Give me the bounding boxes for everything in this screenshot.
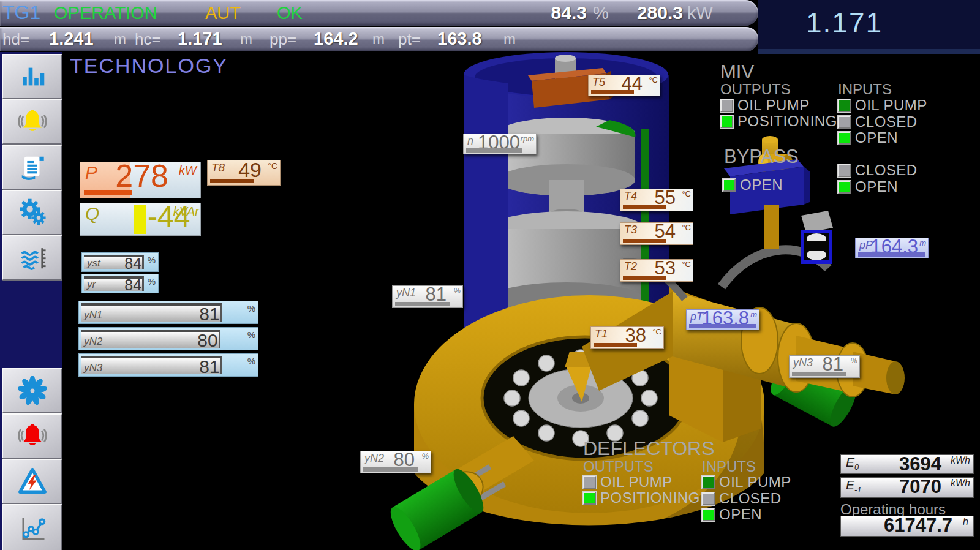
indicator-light xyxy=(583,492,596,505)
yst-bar: yst 84 % xyxy=(81,252,159,272)
energy-previous-value: 7070 xyxy=(899,476,941,498)
hd-unit: m xyxy=(114,31,126,48)
level-display-panel: 1.171 xyxy=(758,0,980,54)
bypass-input-closed: CLOSED xyxy=(838,163,918,178)
t8-label: T8 xyxy=(211,161,225,175)
penstock-pressure-label: pP 164.3 m xyxy=(855,238,929,258)
deflectors-output-oil-pump: OIL PUMP xyxy=(583,475,673,489)
t5-temp-label: T5 44 °C xyxy=(588,75,660,96)
yst-bar-fill: yst 84 xyxy=(84,255,144,269)
pp-value: 164.2 xyxy=(314,29,358,49)
report-icon xyxy=(18,153,47,181)
t8-temperature-gauge: T8 49 °C xyxy=(207,160,281,186)
operating-hours-panel: 61747.7 h xyxy=(840,516,974,537)
operating-hours-unit: h xyxy=(963,516,968,527)
indicator-light xyxy=(838,116,851,129)
hc-label: hc= xyxy=(135,30,161,49)
t2-temp-label: T2 53 °C xyxy=(620,259,693,282)
indicator-light xyxy=(838,99,851,112)
t8-unit: °C xyxy=(268,161,277,171)
power-label: P xyxy=(85,162,97,183)
page-title: TECHNOLOGY xyxy=(70,54,228,78)
sidebar-item-alarms[interactable] xyxy=(2,99,62,145)
level-display-value: 1.171 xyxy=(806,6,883,39)
header-status-bar: TG1 OPERATION AUT OK 84.3 % 280.3 kW xyxy=(0,0,758,26)
sidebar-item-settings[interactable] xyxy=(2,190,62,235)
miv-title: MIV xyxy=(720,61,754,83)
indicator-light xyxy=(702,508,715,521)
deflectors-title: DEFLECTORS xyxy=(583,437,715,460)
indicator-light xyxy=(838,132,851,145)
indicator-light xyxy=(720,115,733,128)
bar-chart-icon xyxy=(18,62,47,91)
hd-value: 1.241 xyxy=(49,29,94,49)
unit-name: TG1 xyxy=(2,1,40,24)
yr-bar-fill: yr 84 xyxy=(84,276,144,291)
deflectors-inputs-heading: INPUTS xyxy=(702,458,756,475)
yn2-bar: yN2 80 % xyxy=(78,327,258,350)
pt-unit: m xyxy=(503,31,516,48)
power-gauge-bar xyxy=(84,190,132,195)
miv-outputs-heading: OUTPUTS xyxy=(720,81,791,98)
speed-label: n 1000 rpm xyxy=(463,134,537,154)
reactive-unit: kVAr xyxy=(173,205,199,219)
miv-input-open: OPEN xyxy=(838,130,898,145)
electrical-fault-icon xyxy=(18,467,47,496)
pt-value: 163.8 xyxy=(437,29,482,49)
bypass-title: BYPASS xyxy=(724,146,799,168)
hd-label: hd= xyxy=(2,30,29,49)
hc-value: 1.171 xyxy=(178,29,222,49)
indicator-light xyxy=(702,476,715,489)
power-gauge-unit: kW xyxy=(179,164,197,178)
energy-today-unit: kWh xyxy=(951,455,970,466)
header-measurement-bar: hd= 1.241 m hc= 1.171 m pp= 164.2 m pt= … xyxy=(0,27,758,51)
deflectors-output-positioning: POSITIONING xyxy=(583,491,700,505)
yn2-model-label: yN2 80 % xyxy=(360,451,431,473)
turbine-icon xyxy=(18,376,47,405)
sidebar-item-trends[interactable] xyxy=(2,504,62,550)
pt-label: pt= xyxy=(398,30,421,49)
sidebar-item-overview[interactable] xyxy=(2,54,62,99)
miv-inputs-heading: INPUTS xyxy=(838,81,892,98)
opening-value: 84.3 xyxy=(539,2,587,23)
yn1-model-label: yN1 81 % xyxy=(392,285,463,308)
indicator-light xyxy=(720,99,733,112)
hmi-technology-screen: TG1 OPERATION AUT OK 84.3 % 280.3 kW hd=… xyxy=(0,0,980,550)
yr-bar: yr 84 % xyxy=(81,274,159,293)
indicator-light xyxy=(702,492,715,505)
power-value: 280.3 xyxy=(616,2,683,23)
sidebar-item-electrical[interactable] xyxy=(2,459,62,504)
indicator-light xyxy=(583,476,596,489)
sidebar-item-reports[interactable] xyxy=(2,145,62,190)
sidebar-item-critical-alarms[interactable] xyxy=(2,413,62,459)
yn3-bar-fill: yN3 81 xyxy=(81,356,222,374)
t1-temp-label: T1 38 °C xyxy=(590,326,664,349)
energy-previous-panel: E-1 7070 kWh xyxy=(840,477,974,498)
sidebar-item-water-levels[interactable] xyxy=(2,235,62,281)
settings-gears-icon xyxy=(18,198,47,227)
yn3-model-label: yN3 81 % xyxy=(789,355,860,378)
miv-output-oil-pump: OIL PUMP xyxy=(720,98,810,113)
turbine-pressure-label: pT 163.8 m xyxy=(686,309,760,330)
power-gauge-value: 278 xyxy=(115,157,168,194)
operation-label: OPERATION xyxy=(54,3,157,23)
reactive-power-gauge: Q -44 kVAr xyxy=(80,203,201,236)
trend-graph-icon xyxy=(18,514,47,543)
indicator-light xyxy=(838,181,851,194)
alarm-bell-yellow-icon xyxy=(18,107,47,137)
sidebar-item-turbine[interactable] xyxy=(2,368,62,413)
yn1-bar-fill: yN1 81 xyxy=(81,303,222,322)
control-mode: AUT xyxy=(205,3,241,23)
opening-unit: % xyxy=(593,3,609,23)
indicator-light xyxy=(838,164,851,177)
deflectors-input-oil-pump: OIL PUMP xyxy=(702,475,791,489)
miv-input-closed: CLOSED xyxy=(838,115,918,129)
miv-output-positioning: POSITIONING xyxy=(720,114,837,129)
miv-input-oil-pump: OIL PUMP xyxy=(838,98,927,113)
t3-temp-label: T3 54 °C xyxy=(620,222,693,245)
deflectors-outputs-heading: OUTPUTS xyxy=(583,458,654,475)
water-level-icon xyxy=(18,244,47,272)
deflectors-input-closed: CLOSED xyxy=(702,491,782,506)
yn1-bar: yN1 81 % xyxy=(78,301,258,324)
alarm-bell-red-icon xyxy=(18,421,47,451)
